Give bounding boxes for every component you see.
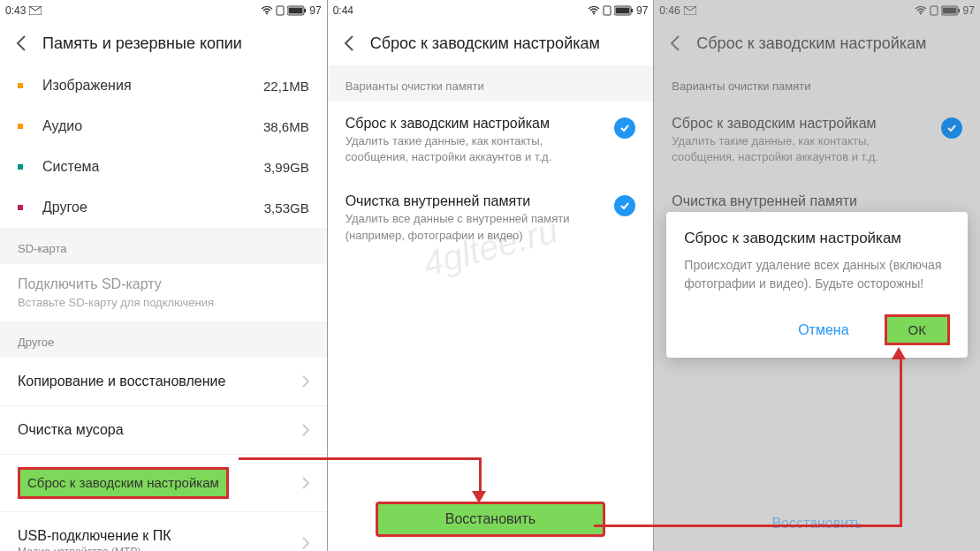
dot-icon	[18, 205, 23, 210]
option-title: Очистка внутренней памяти	[672, 193, 953, 209]
chevron-right-icon	[302, 537, 309, 549]
screen-reset-options: 0:44 97 Сброс к заводским настройкам Вар…	[327, 0, 654, 551]
svg-rect-13	[931, 6, 938, 15]
check-icon	[941, 117, 962, 139]
storage-size: 3,53GB	[264, 200, 309, 215]
annotation-arrow	[900, 353, 902, 527]
option-factory-reset[interactable]: Сброс к заводским настройкам Удалить так…	[328, 102, 654, 179]
svg-point-1	[266, 13, 268, 15]
annotation-arrow-head	[892, 347, 906, 359]
menu-label: USB-подключение к ПК	[18, 528, 302, 544]
sd-title: Подключить SD-карту	[18, 276, 309, 292]
annotation-arrow-head	[472, 491, 486, 503]
option-internal-storage: Очистка внутренней памяти	[654, 179, 980, 215]
section-sd: SD-карта	[0, 228, 327, 264]
menu-factory-reset[interactable]: Сброс к заводским настройкам	[0, 455, 327, 512]
dialog-title: Сброс к заводским настройкам	[684, 230, 950, 247]
ok-button[interactable]: ОК	[885, 314, 950, 345]
chevron-right-icon	[302, 424, 309, 436]
dot-icon	[18, 83, 23, 88]
storage-size: 3,99GB	[264, 160, 309, 175]
battery-percent: 97	[309, 4, 321, 17]
screen-storage: 0:43 97 Память и резервные копии Изображ…	[0, 0, 327, 551]
storage-name: Система	[42, 159, 264, 175]
option-title: Сброс к заводским настройкам	[672, 116, 932, 132]
section-variants: Варианты очистки памяти	[654, 65, 980, 102]
option-desc: Удалить такие данные, как контакты, сооб…	[672, 133, 932, 165]
chevron-right-icon	[302, 375, 309, 388]
svg-point-6	[593, 13, 595, 15]
sd-desc: Вставьте SD-карту для подключения	[18, 296, 309, 309]
battery-icon	[614, 5, 634, 16]
storage-name: Изображения	[42, 78, 263, 94]
screen-confirm-dialog: 0:46 97 Сброс к заводским настройкам Вар…	[653, 0, 980, 551]
svg-rect-9	[615, 8, 629, 14]
dot-icon	[18, 164, 23, 170]
menu-label: Сброс к заводским настройкам	[27, 475, 219, 490]
dialog-text: Происходит удаление всех данных (включая…	[684, 256, 950, 293]
option-title: Очистка внутренней памяти	[346, 193, 606, 209]
annotation-arrow	[594, 525, 900, 527]
battery-icon	[941, 5, 961, 16]
status-time: 0:43	[5, 4, 26, 17]
option-desc: Удалить все данные с внутренней памяти (…	[346, 211, 606, 243]
header: Сброс к заводским настройкам	[654, 21, 980, 65]
status-time: 0:44	[333, 4, 353, 17]
svg-rect-16	[958, 9, 960, 12]
menu-cleanup[interactable]: Очистка мусора	[0, 406, 327, 455]
menu-label: Копирование и восстановление	[18, 374, 302, 389]
check-icon	[614, 195, 635, 216]
svg-rect-15	[942, 8, 956, 14]
restore-button[interactable]: Восстановить	[376, 502, 605, 537]
sim-icon	[930, 5, 938, 16]
back-icon[interactable]	[340, 34, 358, 52]
annotation-arrow	[239, 457, 479, 460]
wifi-icon	[588, 6, 600, 15]
sim-icon	[276, 5, 285, 16]
battery-icon	[287, 5, 307, 16]
option-internal-storage[interactable]: Очистка внутренней памяти Удалить все да…	[328, 179, 654, 257]
section-variants: Варианты очистки памяти	[328, 65, 654, 102]
wifi-icon	[261, 6, 273, 15]
storage-size: 22,1MB	[263, 79, 309, 94]
section-other: Другое	[0, 321, 327, 358]
storage-name: Другое	[42, 200, 264, 215]
svg-point-12	[920, 13, 922, 15]
menu-sub: Медиа-устройство (MTP)	[18, 546, 302, 551]
storage-item[interactable]: Другое3,53GB	[0, 187, 327, 228]
sd-connect[interactable]: Подключить SD-карту Вставьте SD-карту дл…	[0, 264, 327, 321]
svg-rect-5	[304, 9, 306, 12]
cancel-button[interactable]: Отмена	[789, 317, 857, 343]
mail-icon	[684, 6, 696, 15]
svg-rect-4	[289, 8, 303, 14]
storage-item[interactable]: Аудио38,6MB	[0, 106, 327, 147]
page-title: Сброс к заводским настройкам	[696, 34, 926, 53]
option-factory-reset: Сброс к заводским настройкам Удалить так…	[654, 102, 980, 179]
storage-item[interactable]: Изображения22,1MB	[0, 65, 327, 106]
header: Память и резервные копии	[0, 21, 327, 65]
svg-rect-10	[631, 9, 633, 12]
storage-size: 38,6MB	[263, 119, 309, 134]
storage-name: Аудио	[42, 118, 263, 134]
sim-icon	[603, 5, 612, 16]
status-bar: 0:43 97	[0, 0, 327, 21]
menu-label: Очистка мусора	[18, 422, 302, 438]
annotation-arrow	[479, 457, 482, 493]
status-bar: 0:46 97	[654, 0, 980, 21]
storage-list: Изображения22,1MB Аудио38,6MB Система3,9…	[0, 65, 327, 228]
header: Сброс к заводским настройкам	[328, 21, 654, 65]
svg-rect-7	[604, 6, 611, 15]
mail-icon	[29, 6, 42, 15]
menu-usb[interactable]: USB-подключение к ПК Медиа-устройство (M…	[0, 512, 327, 551]
restore-link-dim: Восстановить	[771, 516, 862, 532]
option-desc: Удалить такие данные, как контакты, сооб…	[346, 133, 606, 165]
check-icon	[614, 117, 635, 139]
storage-item[interactable]: Система3,99GB	[0, 147, 327, 187]
menu-backup[interactable]: Копирование и восстановление	[0, 358, 327, 406]
dot-icon	[18, 124, 23, 129]
status-bar: 0:44 97	[328, 0, 654, 21]
page-title: Память и резервные копии	[42, 34, 242, 53]
back-icon[interactable]	[12, 34, 30, 52]
chevron-right-icon	[302, 477, 309, 489]
wifi-icon	[915, 6, 927, 15]
